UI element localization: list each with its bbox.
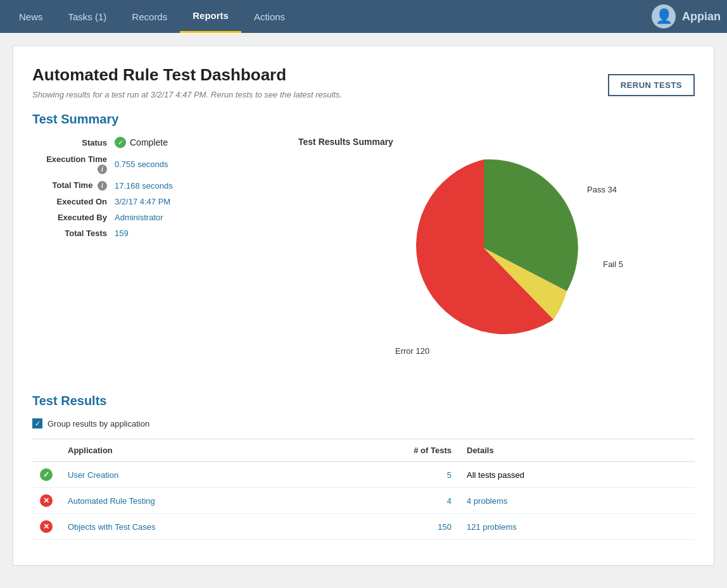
nav-tasks[interactable]: Tasks (1) xyxy=(56,0,120,33)
avatar: 👤 xyxy=(652,4,676,28)
col-icon-header xyxy=(32,439,60,462)
nav-reports[interactable]: Reports xyxy=(180,0,241,33)
subtitle: Showing results for a test run at 3/2/17… xyxy=(32,90,695,99)
table-row: ✓ User Creation 5 All tests passed xyxy=(32,462,695,488)
pie-title: Test Results Summary xyxy=(298,137,393,147)
summary-area: Status ✓ Complete Execution Time i 0.755… xyxy=(32,137,695,368)
group-by-label: Group results by application xyxy=(47,419,149,428)
pie-label-fail: Fail 5 xyxy=(603,260,623,269)
row-icon-cell: ✓ xyxy=(32,462,60,488)
label-exec-by: Executed By xyxy=(32,213,115,222)
row-tests-cell: 5 xyxy=(377,462,459,488)
pie-chart: Pass 34 Fail 5 Error 120 xyxy=(389,153,604,368)
summary-row-exec-time: Execution Time i 0.755 seconds xyxy=(32,154,273,174)
value-status: ✓ Complete xyxy=(115,137,168,148)
row-status-icon: ✕ xyxy=(40,494,53,507)
row-tests-cell: 4 xyxy=(377,488,459,514)
header-row: Application # of Tests Details xyxy=(32,439,695,462)
row-tests-cell: 150 xyxy=(377,514,459,540)
pie-area: Test Results Summary Pass 34 Fa xyxy=(298,137,695,368)
app-link[interactable]: Automated Rule Testing xyxy=(68,496,155,506)
col-tests-header: # of Tests xyxy=(377,439,459,462)
row-status-icon: ✓ xyxy=(40,468,53,481)
table-row: ✕ Automated Rule Testing 4 4 problems xyxy=(32,488,695,514)
row-app-cell: Automated Rule Testing xyxy=(60,488,377,514)
test-count: 4 xyxy=(447,496,452,506)
nav-actions[interactable]: Actions xyxy=(241,0,298,33)
summary-table: Status ✓ Complete Execution Time i 0.755… xyxy=(32,137,273,368)
label-total-time: Total Time i xyxy=(32,180,115,191)
value-exec-by: Administrator xyxy=(115,213,163,222)
rerun-btn-wrap: RERUN TESTS xyxy=(608,74,695,96)
brand-name: Appian xyxy=(682,10,721,23)
page-title: Automated Rule Test Dashboard xyxy=(32,65,695,85)
details-text: All tests passed xyxy=(467,470,524,480)
app-link[interactable]: Objects with Test Cases xyxy=(68,522,155,532)
value-total-tests: 159 xyxy=(115,228,129,238)
summary-row-total-tests: Total Tests 159 xyxy=(32,228,273,238)
row-icon-cell: ✕ xyxy=(32,488,60,514)
pie-label-error: Error 120 xyxy=(395,346,429,356)
nav-news[interactable]: News xyxy=(6,0,56,33)
checkbox-icon[interactable]: ✓ xyxy=(32,418,42,428)
col-details-header: Details xyxy=(459,439,695,462)
nav-records[interactable]: Records xyxy=(119,0,180,33)
test-results-title: Test Results xyxy=(32,394,695,408)
summary-row-total-time: Total Time i 17.168 seconds xyxy=(32,180,273,191)
navbar-right: 👤 Appian xyxy=(652,4,721,28)
test-count: 150 xyxy=(438,522,452,532)
info-icon-total[interactable]: i xyxy=(98,181,107,191)
results-table-body: ✓ User Creation 5 All tests passed ✕ Aut… xyxy=(32,462,695,540)
status-text: Complete xyxy=(130,137,168,147)
label-total-tests: Total Tests xyxy=(32,228,115,238)
results-section: Test Results ✓ Group results by applicat… xyxy=(32,394,695,540)
row-details-cell: 121 problems xyxy=(459,514,695,540)
details-link[interactable]: 121 problems xyxy=(467,522,517,532)
summary-row-exec-on: Executed On 3/2/17 4:47 PM xyxy=(32,197,273,206)
row-details-cell: All tests passed xyxy=(459,462,695,488)
label-exec-on: Executed On xyxy=(32,197,115,206)
row-details-cell: 4 problems xyxy=(459,488,695,514)
results-table: Application # of Tests Details ✓ User Cr… xyxy=(32,439,695,540)
app-link[interactable]: User Creation xyxy=(68,470,118,480)
test-count: 5 xyxy=(447,470,452,480)
pie-svg xyxy=(389,153,579,343)
col-app-header: Application xyxy=(60,439,377,462)
navbar: News Tasks (1) Records Reports Actions 👤… xyxy=(0,0,727,33)
check-icon: ✓ xyxy=(115,137,126,148)
row-status-icon: ✕ xyxy=(40,520,53,533)
test-summary-title: Test Summary xyxy=(32,112,695,127)
details-link[interactable]: 4 problems xyxy=(467,496,507,506)
row-app-cell: Objects with Test Cases xyxy=(60,514,377,540)
info-icon-exec[interactable]: i xyxy=(98,165,107,174)
group-by-checkbox-row[interactable]: ✓ Group results by application xyxy=(32,418,695,428)
value-exec-on: 3/2/17 4:47 PM xyxy=(115,197,170,206)
table-row: ✕ Objects with Test Cases 150 121 proble… xyxy=(32,514,695,540)
summary-row-status: Status ✓ Complete xyxy=(32,137,273,148)
value-exec-time: 0.755 seconds xyxy=(115,160,168,169)
label-status: Status xyxy=(32,138,115,147)
label-exec-time: Execution Time i xyxy=(32,154,115,174)
value-total-time: 17.168 seconds xyxy=(115,181,173,191)
row-icon-cell: ✕ xyxy=(32,514,60,540)
rerun-tests-button[interactable]: RERUN TESTS xyxy=(608,74,695,96)
pie-label-pass: Pass 34 xyxy=(587,185,617,194)
summary-row-exec-by: Executed By Administrator xyxy=(32,213,273,222)
results-table-header: Application # of Tests Details xyxy=(32,439,695,462)
row-app-cell: User Creation xyxy=(60,462,377,488)
main-content: Automated Rule Test Dashboard Showing re… xyxy=(13,46,714,566)
